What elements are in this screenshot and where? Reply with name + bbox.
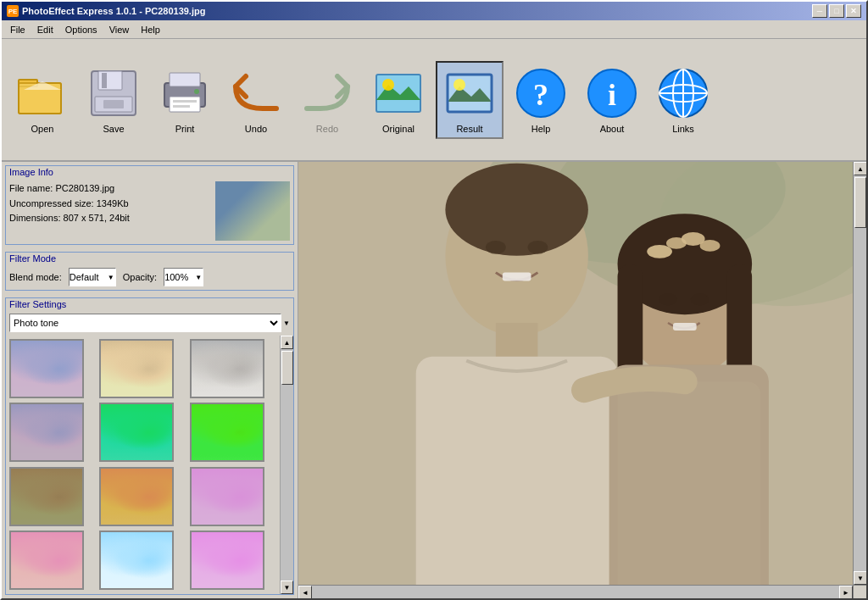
filter-select-arrow-icon: ▼ bbox=[283, 319, 290, 327]
menu-file[interactable]: File bbox=[5, 23, 31, 36]
filter-thumb-12-image bbox=[192, 532, 263, 588]
main-scroll-up-button[interactable]: ▲ bbox=[854, 162, 866, 175]
blend-mode-wrapper: Default Normal Multiply Screen Overlay ▼ bbox=[69, 268, 116, 286]
svg-rect-10 bbox=[170, 73, 200, 86]
image-info-title: Image Info bbox=[6, 166, 293, 178]
filter-settings-section: Filter Settings Photo tone Black & White… bbox=[5, 297, 294, 595]
print-icon bbox=[158, 66, 212, 120]
main-scroll-down-button[interactable]: ▼ bbox=[854, 571, 866, 585]
save-icon bbox=[86, 66, 141, 120]
svg-point-17 bbox=[382, 79, 394, 91]
minimize-button[interactable]: ─ bbox=[812, 4, 827, 18]
undo-icon bbox=[229, 66, 283, 120]
links-button[interactable]: Links bbox=[649, 63, 717, 137]
open-label: Open bbox=[31, 124, 54, 134]
result-button[interactable]: Result bbox=[436, 61, 504, 139]
result-label: Result bbox=[456, 124, 482, 134]
menu-options[interactable]: Options bbox=[60, 23, 103, 36]
filter-scroll-up-button[interactable]: ▲ bbox=[281, 336, 293, 349]
about-button[interactable]: i About bbox=[578, 63, 646, 137]
filter-mode-controls: Blend mode: Default Normal Multiply Scre… bbox=[6, 264, 293, 290]
main-scroll-left-button[interactable]: ◄ bbox=[298, 586, 312, 598]
filesize-text: Uncompressed size: 1349Kb bbox=[9, 197, 130, 212]
filter-thumb-9[interactable] bbox=[190, 467, 264, 526]
image-thumbnail bbox=[215, 181, 290, 241]
main-image-scrollbar-v: ▲ ▼ bbox=[853, 162, 866, 585]
help-button[interactable]: ? Help bbox=[507, 63, 575, 137]
filter-grid-scrollbar: ▲ ▼ bbox=[280, 336, 293, 594]
app-icon: PE bbox=[7, 5, 19, 17]
left-panel: Image Info File name: PC280139.jpg Uncom… bbox=[2, 162, 298, 598]
filter-scroll-down-button[interactable]: ▼ bbox=[281, 581, 293, 594]
main-scroll-right-button[interactable]: ► bbox=[839, 586, 853, 598]
open-icon bbox=[15, 66, 70, 120]
links-label: Links bbox=[672, 124, 694, 134]
thumbnail-image bbox=[215, 181, 290, 241]
open-button[interactable]: Open bbox=[8, 63, 76, 137]
filter-mode-section: Filter Mode Blend mode: Default Normal M… bbox=[5, 252, 294, 291]
menu-view[interactable]: View bbox=[104, 23, 135, 36]
original-label: Original bbox=[382, 124, 415, 134]
filter-thumb-11[interactable] bbox=[99, 531, 174, 590]
redo-icon bbox=[300, 66, 354, 120]
filter-type-select[interactable]: Photo tone Black & White Sepia Vintage C… bbox=[9, 314, 281, 332]
opacity-label: Opacity: bbox=[123, 272, 157, 282]
filter-thumb-12[interactable] bbox=[190, 531, 264, 590]
print-button[interactable]: Print bbox=[151, 63, 219, 137]
main-image-container bbox=[298, 162, 853, 585]
main-content: Image Info File name: PC280139.jpg Uncom… bbox=[2, 162, 866, 598]
save-button[interactable]: Save bbox=[80, 63, 147, 137]
maximize-button[interactable]: □ bbox=[829, 4, 844, 18]
opacity-select[interactable]: 100% 75% 50% 25% bbox=[164, 268, 203, 286]
filter-thumb-11-image bbox=[101, 532, 172, 588]
blend-mode-select[interactable]: Default Normal Multiply Screen Overlay bbox=[69, 268, 116, 286]
filter-thumb-5[interactable] bbox=[99, 403, 174, 462]
undo-button[interactable]: Undo bbox=[222, 63, 290, 137]
filter-thumb-7-image bbox=[11, 469, 82, 525]
image-info-section: Image Info File name: PC280139.jpg Uncom… bbox=[5, 165, 294, 245]
filter-thumb-3[interactable] bbox=[190, 339, 264, 398]
filter-select-row: Photo tone Black & White Sepia Vintage C… bbox=[6, 310, 293, 336]
result-icon bbox=[442, 66, 497, 120]
print-label: Print bbox=[175, 124, 195, 134]
filter-thumb-4-image bbox=[11, 404, 82, 460]
svg-text:?: ? bbox=[533, 78, 548, 112]
filter-thumb-2[interactable] bbox=[99, 339, 174, 398]
filter-thumb-8[interactable] bbox=[99, 467, 174, 526]
filter-thumb-3-image bbox=[192, 341, 263, 397]
main-scroll-thumb-v[interactable] bbox=[854, 177, 866, 228]
menu-edit[interactable]: Edit bbox=[32, 23, 58, 36]
svg-text:i: i bbox=[608, 78, 616, 112]
filter-thumb-5-image bbox=[101, 404, 172, 460]
image-info-text-block: File name: PC280139.jpg Uncompressed siz… bbox=[9, 181, 130, 241]
original-icon bbox=[371, 66, 426, 120]
filter-mode-title: Filter Mode bbox=[6, 253, 293, 264]
main-image-scrollbar-h: ◄ ► bbox=[298, 585, 853, 598]
filter-grid-container: ▲ ▼ bbox=[6, 336, 293, 594]
filter-thumb-1[interactable] bbox=[9, 339, 84, 398]
menu-help[interactable]: Help bbox=[136, 23, 165, 36]
filter-thumb-7[interactable] bbox=[9, 467, 84, 526]
filter-thumb-10-image bbox=[11, 532, 82, 588]
title-text: PE PhotoEffect Express 1.0.1 - PC280139.… bbox=[7, 5, 205, 17]
filter-thumb-10[interactable] bbox=[9, 531, 84, 590]
original-button[interactable]: Original bbox=[364, 63, 432, 137]
undo-label: Undo bbox=[245, 124, 267, 134]
filter-grid bbox=[6, 336, 280, 594]
filename-text: File name: PC280139.jpg bbox=[9, 181, 130, 197]
filter-thumb-6[interactable] bbox=[190, 403, 264, 462]
filter-thumb-8-image bbox=[101, 469, 172, 525]
svg-point-14 bbox=[194, 89, 199, 94]
close-button[interactable]: ✕ bbox=[846, 4, 861, 18]
opacity-wrapper: 100% 75% 50% 25% ▼ bbox=[164, 268, 203, 286]
redo-button[interactable]: Redo bbox=[293, 63, 361, 137]
image-info-content: File name: PC280139.jpg Uncompressed siz… bbox=[6, 178, 293, 244]
svg-rect-12 bbox=[173, 100, 197, 103]
links-icon bbox=[656, 66, 710, 120]
about-label: About bbox=[600, 124, 625, 134]
blend-mode-label: Blend mode: bbox=[9, 272, 62, 282]
filter-scroll-thumb[interactable] bbox=[281, 351, 293, 385]
title-bar: PE PhotoEffect Express 1.0.1 - PC280139.… bbox=[2, 2, 866, 20]
main-scroll-track-v bbox=[854, 175, 866, 571]
filter-thumb-4[interactable] bbox=[9, 403, 84, 462]
